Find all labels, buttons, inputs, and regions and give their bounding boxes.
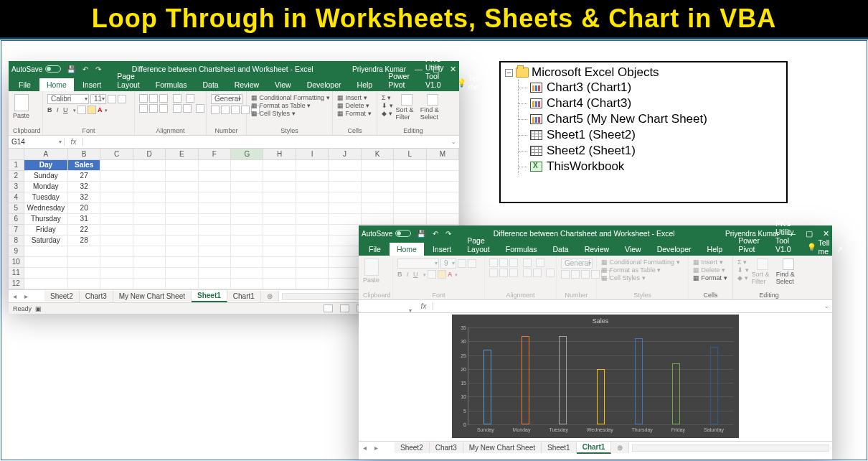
cell[interactable] <box>24 257 68 268</box>
cell[interactable] <box>329 160 361 171</box>
bold-button[interactable]: B <box>47 106 52 113</box>
sheet-tab[interactable]: My New Chart Sheet <box>113 291 192 302</box>
paste-button[interactable]: Paste <box>13 94 29 119</box>
cell[interactable] <box>166 225 198 236</box>
cell[interactable] <box>166 279 198 289</box>
cell[interactable] <box>329 236 361 246</box>
share-button[interactable]: ↗ <box>831 243 849 256</box>
cell[interactable] <box>100 257 133 268</box>
sheet-tab[interactable]: Chart3 <box>80 291 113 302</box>
increase-indent-icon[interactable] <box>183 104 192 113</box>
wrap-text-icon[interactable] <box>186 94 194 103</box>
align-top-icon[interactable] <box>139 94 148 103</box>
tree-item[interactable]: Chart5 (My New Chart Sheet) <box>530 111 782 127</box>
cell[interactable] <box>199 214 231 225</box>
cell[interactable] <box>362 182 394 192</box>
cell[interactable] <box>199 203 231 214</box>
cell[interactable] <box>133 236 166 246</box>
chart-bar[interactable] <box>672 363 680 424</box>
cell[interactable] <box>362 192 394 203</box>
autosave-toggle[interactable]: AutoSave <box>362 230 411 238</box>
cell[interactable] <box>100 268 133 279</box>
cell[interactable] <box>329 268 361 279</box>
ribbon-tab[interactable]: Data <box>195 78 225 91</box>
find-select-button[interactable]: Find & Select <box>420 94 445 121</box>
cell[interactable] <box>362 203 394 214</box>
column-header[interactable]: L <box>394 149 426 160</box>
macro-record-icon[interactable]: ▣ <box>35 305 42 312</box>
chart-bar[interactable] <box>559 336 567 424</box>
conditional-formatting-button[interactable]: ▦ Conditional Formatting ▾ <box>251 94 330 101</box>
save-icon[interactable]: 💾 <box>417 230 425 238</box>
chart-bar[interactable] <box>483 350 491 424</box>
ribbon-tab[interactable]: Help <box>700 243 730 256</box>
autosave-toggle[interactable]: AutoSave <box>11 65 61 73</box>
cell-styles-button[interactable]: ▦ Cell Styles ▾ <box>251 110 330 117</box>
cell[interactable] <box>427 171 459 182</box>
row-header[interactable]: 3 <box>9 182 24 192</box>
chart[interactable]: Sales 05101520253035 SundayMondayTuesday… <box>452 315 739 438</box>
row-header[interactable]: 11 <box>9 268 24 279</box>
cell[interactable] <box>231 182 263 192</box>
ribbon-tab[interactable]: Home <box>39 78 74 91</box>
tree-item[interactable]: Sheet1 (Sheet2) <box>530 127 782 143</box>
cell[interactable] <box>362 171 394 182</box>
sheet-tab[interactable]: Sheet1 <box>192 290 227 302</box>
cell[interactable] <box>199 268 231 279</box>
cell[interactable] <box>24 246 68 257</box>
column-header[interactable]: H <box>263 149 296 160</box>
cell[interactable] <box>231 279 263 289</box>
cell[interactable] <box>68 246 100 257</box>
sheet-tab[interactable]: Sheet1 <box>542 442 577 453</box>
column-header[interactable]: F <box>199 149 231 160</box>
cell[interactable] <box>133 225 166 236</box>
cell[interactable] <box>329 246 361 257</box>
row-header[interactable]: 2 <box>9 171 24 182</box>
cell[interactable] <box>166 171 198 182</box>
cell[interactable] <box>394 171 426 182</box>
cell[interactable] <box>133 279 166 289</box>
cell[interactable] <box>394 214 426 225</box>
cell[interactable] <box>133 257 166 268</box>
cell[interactable]: Wednesday <box>24 203 68 214</box>
decrease-indent-icon[interactable] <box>173 104 181 113</box>
row-header[interactable]: 10 <box>9 257 24 268</box>
font-size-select[interactable]: 11 <box>90 94 106 104</box>
fx-icon[interactable]: fx <box>415 302 433 310</box>
chart-bar[interactable] <box>635 338 643 424</box>
cell[interactable]: 31 <box>68 214 100 225</box>
autosum-icon[interactable]: Σ ▾ <box>382 94 393 101</box>
align-right-icon[interactable] <box>159 104 168 113</box>
ribbon-tab[interactable]: View <box>618 243 648 256</box>
cell[interactable]: Sales <box>68 160 100 171</box>
decrease-font-icon[interactable] <box>118 95 126 103</box>
ribbon-tab[interactable]: Page Layout <box>110 70 147 91</box>
chart-bar[interactable] <box>522 336 529 424</box>
column-header[interactable]: C <box>100 149 133 160</box>
number-format-select[interactable]: General <box>211 94 242 104</box>
column-header[interactable]: A <box>24 149 68 160</box>
collapse-icon[interactable]: − <box>505 69 513 77</box>
row-header[interactable]: 1 <box>9 160 24 171</box>
ribbon-tab[interactable]: Formulas <box>148 78 194 91</box>
cell[interactable] <box>100 279 133 289</box>
format-as-table-button[interactable]: ▦ Format as Table ▾ <box>251 102 330 109</box>
cell[interactable] <box>263 268 296 279</box>
cell[interactable] <box>166 246 198 257</box>
cell[interactable] <box>68 257 100 268</box>
row-header[interactable]: 7 <box>9 225 24 236</box>
orientation-icon[interactable] <box>173 94 181 103</box>
horizontal-scrollbar[interactable] <box>632 444 829 452</box>
cell[interactable] <box>329 171 361 182</box>
cell[interactable] <box>263 171 296 182</box>
cell[interactable] <box>24 268 68 279</box>
cell[interactable] <box>199 182 231 192</box>
cell[interactable] <box>427 192 459 203</box>
ribbon-tab[interactable]: Page Layout <box>460 234 497 256</box>
column-header[interactable]: G <box>231 149 263 160</box>
close-button[interactable]: ✕ <box>823 229 829 238</box>
cell[interactable] <box>68 268 100 279</box>
cell[interactable] <box>427 214 459 225</box>
cell[interactable] <box>296 182 329 192</box>
cell[interactable] <box>296 203 329 214</box>
